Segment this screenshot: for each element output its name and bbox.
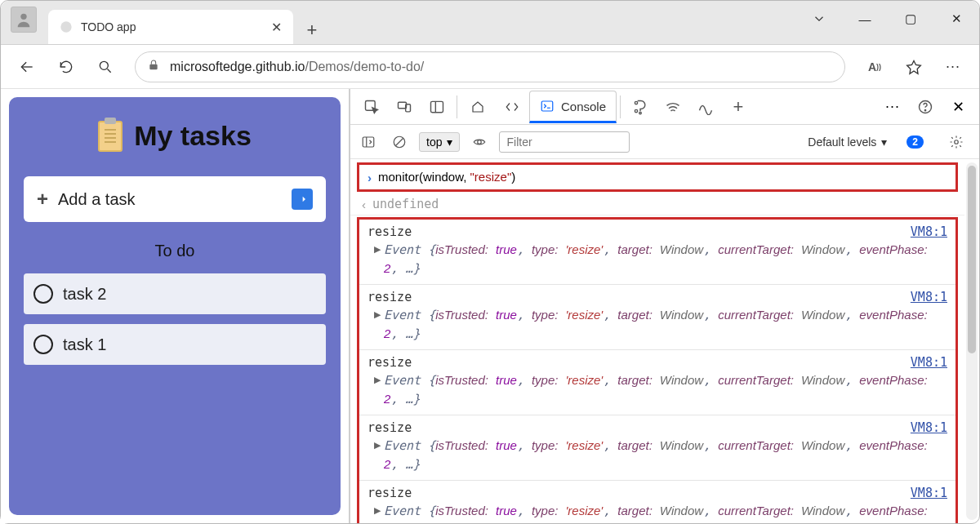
site-info-lock-icon[interactable] bbox=[147, 59, 160, 75]
console-filter-input[interactable] bbox=[499, 131, 630, 153]
tab-elements[interactable] bbox=[495, 91, 529, 123]
task-label: task 2 bbox=[63, 285, 106, 304]
console-return-value: undefined bbox=[372, 197, 439, 211]
issues-badge: 2 bbox=[906, 135, 924, 149]
task-row[interactable]: task 2 bbox=[24, 273, 326, 314]
network-conditions-icon[interactable] bbox=[657, 91, 689, 123]
svg-rect-5 bbox=[149, 64, 157, 69]
tab-title: TODO app bbox=[81, 20, 263, 33]
console-scrollbar[interactable] bbox=[966, 162, 978, 520]
log-source-link[interactable]: VM8:1 bbox=[911, 486, 947, 500]
tab-console[interactable]: Console bbox=[529, 91, 617, 123]
read-aloud-button[interactable]: A)) bbox=[857, 49, 893, 85]
console-log-entry[interactable]: resizeVM8:1▶Event {isTrusted: true, type… bbox=[359, 285, 956, 350]
add-task-placeholder: Add a task bbox=[58, 190, 136, 209]
console-output[interactable]: › monitor(window, "resize") ‹ undefined … bbox=[350, 159, 979, 523]
svg-line-22 bbox=[396, 138, 403, 145]
svg-point-16 bbox=[639, 112, 642, 114]
task-row[interactable]: task 1 bbox=[24, 324, 326, 365]
browser-navbar: microsoftedge.github.io/Demos/demo-to-do… bbox=[1, 45, 979, 89]
tab-console-label: Console bbox=[561, 100, 606, 113]
window-minimize-button[interactable]: — bbox=[842, 1, 888, 37]
svg-line-4 bbox=[108, 69, 111, 72]
profile-avatar[interactable] bbox=[11, 7, 37, 33]
log-event-name: resize bbox=[368, 224, 412, 239]
tab-actions-chevron-icon[interactable] bbox=[796, 1, 842, 37]
browser-menu-button[interactable]: ··· bbox=[935, 49, 971, 85]
window-maximize-button[interactable]: ▢ bbox=[888, 1, 933, 37]
window-close-button[interactable]: ✕ bbox=[933, 1, 979, 37]
log-source-link[interactable]: VM8:1 bbox=[911, 290, 947, 304]
expand-triangle-icon[interactable]: ▶ bbox=[374, 440, 381, 451]
new-tab-button[interactable]: + bbox=[298, 16, 326, 44]
log-event-name: resize bbox=[368, 290, 412, 304]
log-event-name: resize bbox=[368, 486, 412, 500]
search-button[interactable] bbox=[87, 49, 123, 85]
log-source-link[interactable]: VM8:1 bbox=[911, 420, 947, 435]
clipboard-icon bbox=[98, 121, 122, 152]
svg-point-24 bbox=[955, 140, 959, 144]
svg-point-18 bbox=[924, 109, 925, 110]
log-event-object: Event {isTrusted: true, type: 'resize', … bbox=[384, 241, 947, 278]
devtools-menu-button[interactable]: ··· bbox=[876, 91, 909, 123]
dock-side-button[interactable] bbox=[421, 91, 453, 123]
task-checkbox[interactable] bbox=[33, 284, 53, 304]
log-source-link[interactable]: VM8:1 bbox=[911, 355, 947, 370]
inspect-element-button[interactable] bbox=[355, 91, 388, 123]
devtools-close-button[interactable]: ✕ bbox=[942, 91, 974, 123]
plus-icon: + bbox=[37, 188, 48, 211]
tab-close-icon[interactable]: ✕ bbox=[271, 20, 282, 35]
svg-point-3 bbox=[100, 61, 108, 69]
console-settings-button[interactable] bbox=[940, 126, 973, 158]
svg-rect-19 bbox=[363, 137, 374, 147]
svg-point-15 bbox=[635, 109, 637, 112]
sources-shortcut-icon[interactable] bbox=[624, 91, 657, 123]
log-levels-selector[interactable]: Default levels▾ bbox=[808, 135, 887, 149]
log-source-link[interactable]: VM8:1 bbox=[911, 224, 947, 239]
more-tabs-button[interactable]: + bbox=[722, 91, 755, 123]
prompt-chevron-icon: › bbox=[368, 171, 372, 184]
svg-point-0 bbox=[20, 13, 26, 19]
console-log-entry[interactable]: resizeVM8:1▶Event {isTrusted: true, type… bbox=[359, 481, 956, 523]
console-scroll-thumb[interactable] bbox=[968, 166, 976, 353]
performance-icon[interactable] bbox=[689, 91, 722, 123]
console-return-row: ‹ undefined bbox=[350, 193, 964, 215]
log-event-name: resize bbox=[368, 355, 412, 370]
devtools-panel: Console + ··· ✕ top▾ Default le bbox=[349, 89, 979, 523]
console-log-entry[interactable]: resizeVM8:1▶Event {isTrusted: true, type… bbox=[359, 220, 956, 285]
reload-button[interactable] bbox=[48, 49, 84, 85]
log-event-object: Event {isTrusted: true, type: 'resize', … bbox=[384, 502, 947, 523]
section-header: To do bbox=[17, 242, 332, 260]
favorite-button[interactable] bbox=[896, 49, 932, 85]
execution-context-selector[interactable]: top▾ bbox=[419, 132, 460, 152]
address-bar[interactable]: microsoftedge.github.io/Demos/demo-to-do… bbox=[135, 51, 845, 82]
console-sidebar-toggle[interactable] bbox=[357, 126, 380, 158]
help-button[interactable] bbox=[909, 91, 942, 123]
console-log-entry[interactable]: resizeVM8:1▶Event {isTrusted: true, type… bbox=[359, 350, 956, 415]
task-checkbox[interactable] bbox=[33, 335, 53, 354]
log-event-object: Event {isTrusted: true, type: 'resize', … bbox=[384, 371, 947, 408]
address-url: microsoftedge.github.io/Demos/demo-to-do… bbox=[170, 60, 424, 74]
submit-task-button[interactable] bbox=[292, 189, 313, 210]
issues-counter[interactable]: 2 bbox=[906, 135, 924, 149]
expand-triangle-icon[interactable]: ▶ bbox=[374, 505, 381, 516]
live-expression-button[interactable] bbox=[468, 126, 491, 158]
add-task-input[interactable]: + Add a task bbox=[24, 176, 326, 222]
console-log-entry[interactable]: resizeVM8:1▶Event {isTrusted: true, type… bbox=[359, 415, 956, 481]
svg-rect-10 bbox=[431, 101, 443, 112]
log-event-name: resize bbox=[368, 420, 412, 435]
tab-welcome[interactable] bbox=[461, 91, 495, 123]
back-button[interactable] bbox=[9, 49, 45, 85]
svg-point-23 bbox=[478, 140, 482, 144]
expand-triangle-icon[interactable]: ▶ bbox=[374, 375, 381, 385]
expand-triangle-icon[interactable]: ▶ bbox=[374, 244, 381, 255]
svg-point-14 bbox=[635, 101, 637, 104]
task-label: task 1 bbox=[63, 335, 106, 354]
browser-tab[interactable]: TODO app ✕ bbox=[48, 10, 293, 44]
expand-triangle-icon[interactable]: ▶ bbox=[374, 309, 381, 320]
device-emulation-button[interactable] bbox=[388, 91, 421, 123]
svg-marker-6 bbox=[907, 60, 921, 73]
log-event-object: Event {isTrusted: true, type: 'resize', … bbox=[384, 306, 947, 343]
clear-console-button[interactable] bbox=[388, 126, 411, 158]
page-title: My tasks bbox=[134, 120, 252, 152]
